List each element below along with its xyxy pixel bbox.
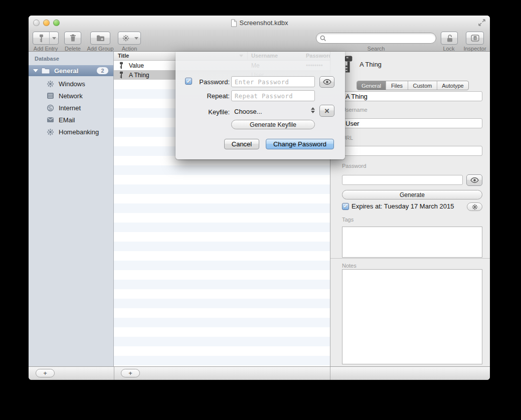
group-count-badge: 2 — [97, 67, 108, 74]
action-button[interactable] — [118, 32, 141, 45]
generate-password-button[interactable]: Generate — [342, 190, 482, 199]
sidebar-item-homebanking[interactable]: Homebanking — [29, 126, 113, 137]
cancel-button[interactable]: Cancel — [224, 139, 259, 149]
dialog-password-input[interactable] — [231, 76, 315, 87]
delete-button[interactable] — [64, 32, 81, 45]
footer-bar: + + — [29, 366, 490, 380]
inspector-panel: A Thing General Files Custom Autotype Us… — [330, 52, 490, 366]
gear-icon — [119, 32, 133, 44]
tags-label: Tags — [342, 217, 354, 223]
document-icon — [231, 19, 237, 27]
sidebar-item-network[interactable]: Network — [29, 90, 113, 101]
generate-keyfile-button[interactable]: Generate Keyfile — [231, 120, 315, 129]
password-field[interactable] — [342, 175, 463, 185]
add-entry-button[interactable] — [33, 32, 59, 45]
dialog-repeat-input[interactable] — [231, 90, 315, 101]
title-field[interactable] — [342, 91, 482, 101]
popup-stepper-icon[interactable] — [311, 107, 315, 113]
password-label: Password — [342, 163, 366, 169]
inspector-label: Inspector — [461, 46, 489, 52]
expires-checkbox[interactable]: ✓ — [342, 203, 349, 210]
lock-button[interactable] — [441, 32, 458, 45]
fullscreen-icon[interactable] — [478, 19, 486, 27]
username-label: Username — [342, 107, 368, 113]
reveal-password-button[interactable] — [466, 174, 482, 186]
dialog-password-label: Password: — [192, 78, 230, 86]
notes-label: Notes — [342, 263, 357, 269]
column-title[interactable]: Title — [118, 53, 129, 59]
drive-icon — [47, 92, 55, 99]
inspector-entry-title: A Thing — [360, 61, 382, 68]
username-field[interactable] — [342, 118, 482, 128]
eye-icon — [470, 177, 479, 183]
plus-icon: + — [128, 369, 132, 377]
sidebar-item-windows[interactable]: Windows — [29, 78, 113, 89]
sidebar-item-email[interactable]: EMail — [29, 114, 113, 125]
desktop: Screenshot.kdbx Add Entry Delete — [0, 0, 521, 420]
password-checkbox[interactable]: ✓ — [185, 78, 192, 85]
action-caret[interactable] — [133, 32, 140, 44]
add-group-button[interactable] — [90, 32, 110, 45]
tags-box[interactable] — [342, 227, 482, 258]
search-input[interactable] — [316, 33, 436, 44]
key-icon — [119, 62, 124, 69]
tab-files[interactable]: Files — [386, 81, 408, 90]
globe-icon — [47, 104, 55, 112]
plus-icon: + — [43, 369, 47, 377]
gear-icon — [47, 128, 55, 136]
close-icon: ✕ — [324, 107, 330, 115]
delete-label: Delete — [62, 46, 83, 52]
sidebar-item-internet[interactable]: Internet — [29, 102, 113, 113]
inspector-tabs: General Files Custom Autotype — [357, 81, 469, 90]
eye-icon — [323, 79, 331, 85]
app-window: Screenshot.kdbx Add Entry Delete — [29, 16, 490, 380]
key-icon — [33, 32, 49, 44]
info-icon: i — [471, 35, 479, 42]
add-entry-label: Add Entry — [29, 46, 63, 52]
dialog-reveal-button[interactable] — [319, 76, 334, 88]
expires-row: ✓ Expires at: Tuesday 17 March 2015 — [342, 202, 454, 210]
add-group-footer-button[interactable]: + — [36, 369, 55, 377]
clear-keyfile-button[interactable]: ✕ — [319, 105, 334, 117]
action-label: Action — [118, 46, 141, 52]
key-icon — [119, 71, 124, 79]
inspector-button[interactable]: i — [466, 32, 484, 45]
search-icon — [320, 35, 326, 42]
lock-label: Lock — [434, 46, 464, 52]
add-group-label: Add Group — [84, 46, 117, 52]
sidebar-section-header: Database — [35, 56, 59, 62]
titlebar: Screenshot.kdbx — [29, 16, 490, 30]
dialog-keyfile-label: Keyfile: — [192, 108, 230, 116]
folder-icon — [41, 67, 50, 74]
gear-icon — [472, 204, 478, 210]
toolbar: Add Entry Delete Add Group Action — [29, 30, 490, 52]
section-divider — [330, 258, 490, 259]
sidebar: Database General 2 Windows Network — [29, 52, 114, 366]
notes-box[interactable] — [342, 269, 482, 364]
trash-icon — [70, 34, 76, 42]
tab-general[interactable]: General — [357, 81, 386, 90]
sidebar-group-label: General — [54, 67, 78, 75]
search-label: Search — [316, 46, 436, 52]
url-field[interactable] — [342, 146, 482, 156]
dialog-repeat-label: Repeat: — [192, 92, 230, 100]
gear-icon — [47, 80, 55, 88]
change-password-button[interactable]: Change Password — [266, 139, 334, 149]
add-entry-footer-button[interactable]: + — [121, 369, 140, 377]
padlock-open-icon — [446, 34, 453, 43]
sidebar-group-general[interactable]: General 2 — [29, 65, 113, 76]
expires-options-button[interactable] — [467, 202, 482, 211]
change-password-sheet: ✓ Password: Repeat: Keyfile: Choose... ✕… — [176, 52, 345, 159]
add-entry-caret[interactable] — [50, 32, 58, 44]
keyfile-popup[interactable]: Choose... — [234, 108, 262, 115]
disclosure-triangle-icon[interactable] — [33, 69, 38, 72]
envelope-icon — [47, 117, 55, 123]
tab-autotype[interactable]: Autotype — [437, 81, 468, 90]
window-title: Screenshot.kdbx — [29, 16, 490, 30]
tab-custom[interactable]: Custom — [408, 81, 437, 90]
folder-plus-icon — [96, 35, 105, 42]
expires-label: Expires at: Tuesday 17 March 2015 — [352, 202, 454, 210]
